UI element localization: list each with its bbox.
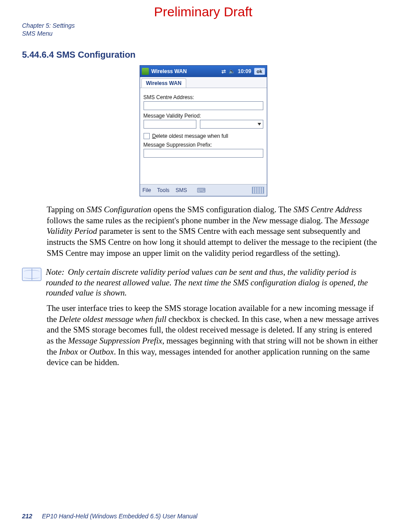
device-window: Wireless WAN ⇄ 🔈 10:09 ok Wireless WAN S… [140,65,267,196]
note-block: Note: Only certain discrete validity per… [22,267,380,298]
manual-page: Preliminary Draft Chapter 5: Settings SM… [0,0,402,532]
titlebar: Wireless WAN ⇄ 🔈 10:09 ok [140,66,267,77]
menu-file[interactable]: File [143,187,151,193]
menu-sms[interactable]: SMS [176,187,187,193]
label-sms-centre: SMS Centre Address: [144,94,263,100]
menu-tools[interactable]: Tools [157,187,170,193]
book-icon [22,268,41,281]
section-number: 5.44.6.4 [22,50,54,59]
clock-text: 10:09 [238,68,251,74]
ok-button[interactable]: ok [254,68,265,75]
note-text: Only certain discrete validity period va… [46,267,368,297]
form-area: SMS Centre Address: Message Validity Per… [140,88,267,184]
section-title: SMS Configuration [56,50,136,59]
footer-title: EP10 Hand-Held (Windows Embedded 6.5) Us… [42,513,197,520]
label-validity-period: Message Validity Period: [144,113,263,119]
input-sms-centre[interactable] [144,101,263,110]
titlebar-title: Wireless WAN [151,68,219,74]
note-label: Note: [46,267,64,277]
chapter-line: Chapter 5: Settings [22,22,384,30]
sub-line: SMS Menu [22,30,384,38]
page-number: 212 [22,513,32,520]
checkbox-delete-oldest[interactable] [144,133,150,139]
paragraph-1: Tapping on SMS Configuration opens the S… [47,204,380,259]
input-validity-value[interactable] [144,120,196,129]
combo-validity-unit[interactable] [200,120,263,129]
paragraph-2: The user interface tries to keep the SMS… [47,303,380,368]
tab-wireless-wan[interactable]: Wireless WAN [141,78,187,88]
label-suppression-prefix: Message Suppression Prefix: [144,142,263,148]
keyboard-toggle-icon[interactable]: ⌨ [197,187,206,194]
input-suppression-prefix[interactable] [144,149,263,158]
preliminary-draft-heading: Preliminary Draft [22,4,384,19]
checkbox-delete-oldest-label: Delete oldest message when full [152,133,229,139]
volume-icon[interactable]: 🔈 [229,68,235,74]
chevron-down-icon [258,123,261,126]
sip-panel-icon[interactable] [252,187,264,194]
tab-row: Wireless WAN [140,77,267,88]
menu-bar: File Tools SMS ⌨ [140,184,267,196]
start-flag-icon[interactable] [142,68,149,75]
device-screenshot: Wireless WAN ⇄ 🔈 10:09 ok Wireless WAN S… [22,65,384,196]
section-heading: 5.44.6.4 SMS Configuration [22,50,384,60]
connectivity-icon[interactable]: ⇄ [221,68,226,74]
page-footer: 212 EP10 Hand-Held (Windows Embedded 6.5… [22,513,197,520]
